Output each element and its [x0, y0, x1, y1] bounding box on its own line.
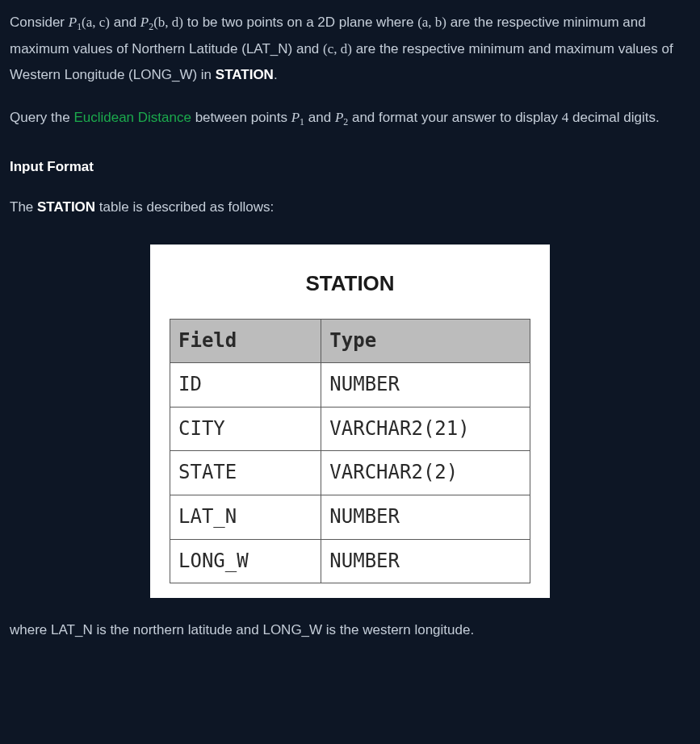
math-ab: (a, b) — [417, 15, 446, 30]
schema-table: Field Type ID NUMBER CITY VARCHAR2(21) S… — [170, 319, 530, 584]
text: . — [274, 67, 278, 82]
cell-type: NUMBER — [321, 363, 530, 408]
text: decimal digits. — [568, 110, 659, 125]
header-type: Type — [321, 319, 530, 363]
table-row: CITY VARCHAR2(21) — [170, 407, 530, 451]
table-row: STATE VARCHAR2(2) — [170, 451, 530, 495]
problem-paragraph-1: Consider P1(a, c) and P2(b, d) to be two… — [10, 10, 690, 89]
cell-field: STATE — [170, 451, 321, 495]
text: The — [10, 199, 37, 215]
problem-paragraph-2: Query the Euclidean Distance between poi… — [10, 105, 690, 132]
cell-type: VARCHAR2(2) — [321, 451, 530, 495]
table-row: ID NUMBER — [170, 363, 530, 408]
cell-type: NUMBER — [321, 495, 530, 539]
table-row: LAT_N NUMBER — [170, 495, 530, 539]
cell-type: NUMBER — [321, 539, 530, 583]
cell-field: LAT_N — [170, 495, 321, 539]
math-p1: P1 — [291, 110, 304, 125]
table-title: STATION — [170, 264, 530, 303]
table-header-row: Field Type — [170, 319, 530, 363]
cell-field: LONG_W — [170, 539, 321, 583]
station-bold: STATION — [37, 199, 95, 215]
text: and — [304, 110, 335, 125]
station-table-image: STATION Field Type ID NUMBER CITY VARCHA… — [150, 245, 550, 598]
table-intro-paragraph: The STATION table is described as follow… — [10, 194, 690, 220]
cell-field: CITY — [170, 407, 321, 451]
math-cd: (c, d) — [323, 41, 352, 56]
text: table is described as follows: — [95, 199, 274, 215]
text: to be two points on a 2D plane where — [183, 15, 417, 30]
math-p1: P1(a, c) — [69, 15, 110, 30]
station-bold: STATION — [216, 67, 274, 82]
cell-field: ID — [170, 363, 321, 408]
cell-type: VARCHAR2(21) — [321, 407, 530, 451]
euclidean-distance-link[interactable]: Euclidean Distance — [73, 110, 191, 125]
text: Consider — [10, 15, 69, 30]
input-format-header: Input Format — [10, 154, 690, 180]
text: and — [110, 15, 140, 30]
math-p2: P2(b, d) — [140, 15, 183, 30]
table-row: LONG_W NUMBER — [170, 539, 530, 583]
text: Query the — [10, 110, 73, 125]
table-footnote: where LAT_N is the northern latitude and… — [10, 617, 690, 643]
text: and format your answer to display — [348, 110, 562, 125]
header-field: Field — [170, 319, 321, 363]
math-p2: P2 — [335, 110, 348, 125]
text: between points — [191, 110, 291, 125]
